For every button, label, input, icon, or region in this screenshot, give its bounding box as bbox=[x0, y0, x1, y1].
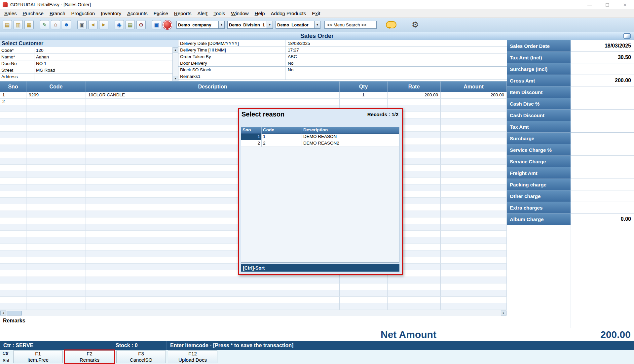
item-row[interactable] bbox=[0, 290, 507, 297]
field-value[interactable] bbox=[285, 73, 507, 80]
reason-row[interactable]: 22DEMO REASON2 bbox=[241, 140, 399, 147]
item-row[interactable] bbox=[0, 303, 507, 310]
open-document-icon[interactable]: ▥ bbox=[14, 20, 23, 29]
fkey-f2[interactable]: F2Remarks bbox=[65, 350, 114, 363]
column-header-qty[interactable]: Qty bbox=[340, 82, 388, 92]
close-button[interactable]: × bbox=[623, 2, 627, 8]
menu-item-addon-products[interactable]: Addon Products bbox=[268, 10, 309, 17]
field-value[interactable] bbox=[34, 74, 172, 80]
chat-icon[interactable] bbox=[386, 21, 396, 28]
field-value[interactable]: MG Road bbox=[34, 67, 172, 74]
previous-record-icon[interactable]: ◄ bbox=[88, 20, 97, 29]
field-value[interactable]: NO 1 bbox=[34, 60, 172, 67]
column-header-rate[interactable]: Rate bbox=[388, 82, 441, 92]
item-row[interactable]: 2 bbox=[0, 99, 507, 105]
menu-item-sales[interactable]: Sales bbox=[1, 10, 20, 17]
new-document-icon[interactable]: ▤ bbox=[3, 20, 12, 29]
menu-item-branch[interactable]: Branch bbox=[47, 10, 68, 17]
summary-value[interactable] bbox=[571, 190, 634, 202]
item-cell bbox=[26, 231, 86, 237]
menu-item-inventory[interactable]: Inventory bbox=[98, 10, 124, 17]
item-cell bbox=[441, 184, 507, 191]
summary-value[interactable]: 200.00 bbox=[571, 75, 634, 86]
summary-row-service-charge: Service Charge bbox=[507, 156, 634, 167]
chevron-down-icon[interactable]: ▼ bbox=[218, 21, 224, 28]
reason-row[interactable]: 11DEMO REASON bbox=[241, 134, 399, 140]
scroll-left-icon[interactable]: ◄ bbox=[0, 311, 6, 315]
summary-value[interactable] bbox=[571, 156, 634, 167]
column-header-amount[interactable]: Amount bbox=[441, 82, 507, 92]
item-row[interactable] bbox=[0, 283, 507, 290]
item-row[interactable] bbox=[0, 297, 507, 303]
scroll-up-icon[interactable]: ▲ bbox=[173, 47, 178, 52]
fkey-f12[interactable]: F12Upload Docs bbox=[168, 350, 217, 363]
field-value[interactable]: ABC bbox=[285, 53, 507, 60]
scroll-right-icon[interactable]: ► bbox=[501, 311, 506, 315]
power-icon[interactable] bbox=[163, 20, 172, 29]
customers-icon[interactable]: ☻ bbox=[62, 20, 71, 29]
menu-item-accounts[interactable]: Accounts bbox=[124, 10, 151, 17]
summary-value[interactable] bbox=[571, 86, 634, 98]
display-icon[interactable]: ▣ bbox=[152, 20, 161, 29]
minimize-button[interactable] bbox=[587, 3, 592, 6]
field-value[interactable]: 120 bbox=[34, 47, 172, 54]
maximize-button[interactable] bbox=[606, 3, 609, 7]
copy-document-icon[interactable]: ▤ bbox=[126, 20, 135, 29]
summary-value[interactable] bbox=[571, 202, 634, 214]
scroll-thumb[interactable] bbox=[7, 311, 22, 315]
field-value[interactable]: No bbox=[285, 67, 507, 73]
scroll-down-icon[interactable]: ▼ bbox=[173, 76, 178, 81]
tools-icon[interactable]: ⚙ bbox=[136, 20, 146, 29]
summary-value[interactable] bbox=[571, 110, 634, 121]
net-amount-row: Net Amount 200.00 bbox=[0, 328, 634, 341]
menu-item-window[interactable]: Window bbox=[228, 10, 251, 17]
summary-value[interactable]: 18/03/2025 bbox=[571, 40, 634, 52]
items-hscrollbar[interactable]: ◄ ► bbox=[0, 310, 507, 316]
summary-value[interactable] bbox=[571, 133, 634, 144]
summary-value[interactable]: 0.00 bbox=[571, 214, 634, 225]
summary-value[interactable] bbox=[571, 167, 634, 179]
field-value[interactable]: 17:27 bbox=[285, 47, 507, 53]
item-row[interactable]: 1920910CLOR CANDLE1200.00200.00 bbox=[0, 92, 507, 99]
menu-item-excise[interactable]: Excise bbox=[151, 10, 171, 17]
division-combo[interactable]: Demo_Division_1▼ bbox=[227, 21, 273, 29]
search-records-icon[interactable]: ◉ bbox=[115, 20, 124, 29]
summary-value[interactable] bbox=[571, 144, 634, 156]
menu-item-purchase[interactable]: Purchase bbox=[20, 10, 47, 17]
home-icon[interactable]: ⌂ bbox=[51, 20, 60, 29]
company-combo[interactable]: Demo_company_▼ bbox=[176, 21, 225, 29]
field-value[interactable]: Aahan bbox=[34, 54, 172, 60]
column-header-code[interactable]: Code bbox=[26, 82, 86, 92]
summary-value[interactable] bbox=[571, 98, 634, 110]
menu-item-help[interactable]: Help bbox=[252, 10, 268, 17]
column-header-description[interactable]: Description bbox=[86, 82, 340, 92]
menu-search-box[interactable]: << Menu Search >> bbox=[324, 21, 377, 29]
menu-item-exit[interactable]: Exit bbox=[309, 10, 323, 17]
summary-value[interactable] bbox=[571, 179, 634, 190]
summary-value[interactable] bbox=[571, 121, 634, 133]
menu-item-alert[interactable]: Alert bbox=[194, 10, 210, 17]
location-combo[interactable]: Demo_Locatior▼ bbox=[276, 21, 320, 29]
field-value[interactable]: No bbox=[285, 60, 507, 66]
summary-value[interactable] bbox=[571, 63, 634, 75]
chevron-down-icon[interactable]: ▼ bbox=[314, 21, 320, 28]
menu-item-tools[interactable]: Tools bbox=[210, 10, 228, 17]
item-row[interactable] bbox=[0, 277, 507, 283]
next-record-icon[interactable]: ► bbox=[99, 20, 108, 29]
column-header-sno[interactable]: Sno bbox=[0, 82, 26, 92]
edit-document-icon[interactable]: ✎ bbox=[40, 20, 49, 29]
header-feedback-icon[interactable] bbox=[623, 33, 631, 39]
fkey-f1[interactable]: F1Item.Free bbox=[13, 350, 63, 363]
modifier-keys: CtrShf bbox=[2, 350, 11, 363]
chevron-down-icon[interactable]: ▼ bbox=[267, 21, 273, 28]
menu-item-reports[interactable]: Reports bbox=[171, 10, 195, 17]
settings-gear-icon[interactable]: ⚙ bbox=[412, 21, 419, 29]
menu-item-production[interactable]: Production bbox=[68, 10, 98, 17]
field-value[interactable]: 18/03/2025 bbox=[285, 40, 507, 47]
fkey-f3[interactable]: F3CancelSO bbox=[116, 350, 166, 363]
item-cell bbox=[26, 211, 86, 217]
print-icon[interactable]: ▣ bbox=[77, 20, 87, 29]
save-document-icon[interactable]: ▦ bbox=[24, 20, 34, 29]
customer-scrollbar[interactable]: ▲ ▼ bbox=[172, 47, 178, 81]
summary-value[interactable]: 30.50 bbox=[571, 52, 634, 63]
